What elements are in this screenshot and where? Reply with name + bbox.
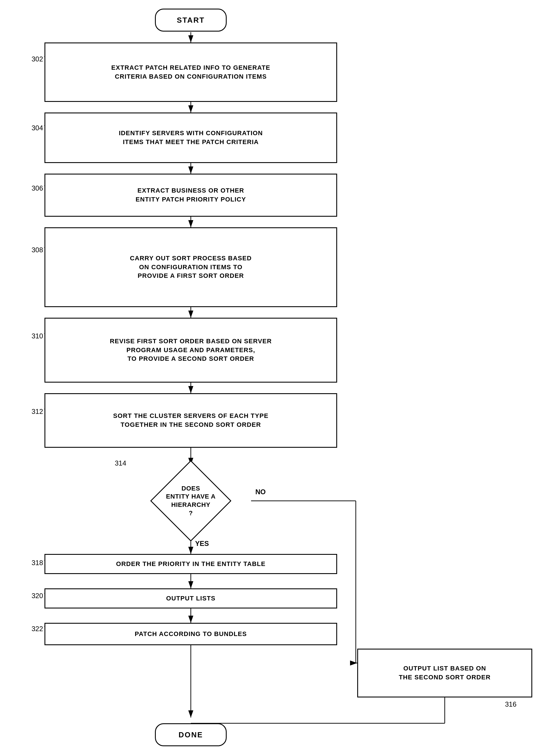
box-322: PATCH ACCORDING TO BUNDLES: [45, 623, 337, 645]
no-label: NO: [256, 488, 266, 496]
text-322: PATCH ACCORDING TO BUNDLES: [132, 627, 250, 641]
text-312: SORT THE CLUSTER SERVERS OF EACH TYPE TO…: [110, 409, 271, 432]
box-312: SORT THE CLUSTER SERVERS OF EACH TYPE TO…: [45, 393, 337, 448]
box-318: ORDER THE PRIORITY IN THE ENTITY TABLE: [45, 554, 337, 574]
box-316: OUTPUT LIST BASED ON THE SECOND SORT ORD…: [357, 649, 532, 697]
text-318: ORDER THE PRIORITY IN THE ENTITY TABLE: [113, 557, 269, 571]
flowchart-diagram: START 302⌒ EXTRACT PATCH RELATED INFO TO…: [0, 0, 542, 756]
box-306: EXTRACT BUSINESS OR OTHER ENTITY PATCH P…: [45, 174, 337, 217]
box-308: CARRY OUT SORT PROCESS BASED ON CONFIGUR…: [45, 227, 337, 307]
text-314: DOES ENTITY HAVE A HIERARCHY ?: [166, 484, 216, 517]
done-label: DONE: [179, 730, 203, 739]
box-302: EXTRACT PATCH RELATED INFO TO GENERATE C…: [45, 42, 337, 102]
text-316: OUTPUT LIST BASED ON THE SECOND SORT ORD…: [396, 661, 493, 685]
box-310: REVISE FIRST SORT ORDER BASED ON SERVER …: [45, 318, 337, 383]
text-304: IDENTIFY SERVERS WITH CONFIGURATION ITEM…: [116, 126, 266, 150]
text-302: EXTRACT PATCH RELATED INFO TO GENERATE C…: [109, 61, 273, 84]
start-shape: START: [155, 9, 227, 32]
step-num-316: 316: [505, 700, 516, 708]
box-320: OUTPUT LISTS: [45, 588, 337, 608]
yes-label: YES: [195, 540, 209, 548]
start-label: START: [177, 16, 205, 25]
done-shape: DONE: [155, 723, 227, 746]
box-304: IDENTIFY SERVERS WITH CONFIGURATION ITEM…: [45, 113, 337, 163]
diamond-314: DOES ENTITY HAVE A HIERARCHY ?: [115, 465, 267, 537]
text-306: EXTRACT BUSINESS OR OTHER ENTITY PATCH P…: [133, 183, 249, 207]
text-310: REVISE FIRST SORT ORDER BASED ON SERVER …: [107, 334, 274, 366]
text-320: OUTPUT LISTS: [163, 591, 218, 606]
text-308: CARRY OUT SORT PROCESS BASED ON CONFIGUR…: [127, 251, 255, 283]
